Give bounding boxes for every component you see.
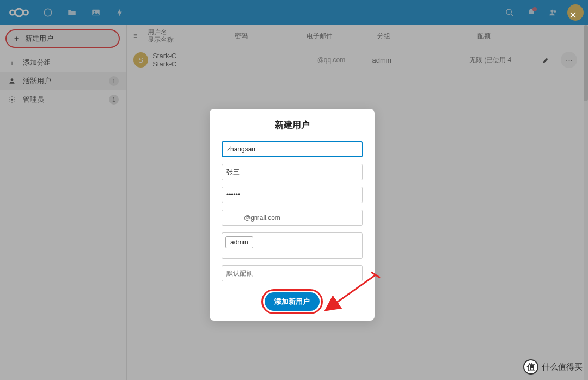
new-user-dialog: 新建用户 admin 添加新用户	[210, 109, 375, 321]
close-icon[interactable]: ✕	[566, 9, 579, 22]
password-input[interactable]	[222, 187, 363, 203]
watermark: 值 什么值得买	[523, 359, 583, 375]
quota-select[interactable]	[222, 265, 363, 281]
group-chip[interactable]: admin	[225, 236, 253, 248]
add-user-submit-button[interactable]: 添加新用户	[265, 292, 320, 311]
username-input[interactable]	[222, 141, 363, 157]
email-input[interactable]	[222, 210, 363, 226]
dialog-title: 新建用户	[222, 120, 363, 131]
group-select[interactable]: admin	[222, 232, 363, 259]
displayname-input[interactable]	[222, 164, 363, 180]
watermark-text: 什么值得买	[542, 362, 583, 372]
watermark-badge: 值	[523, 359, 538, 375]
